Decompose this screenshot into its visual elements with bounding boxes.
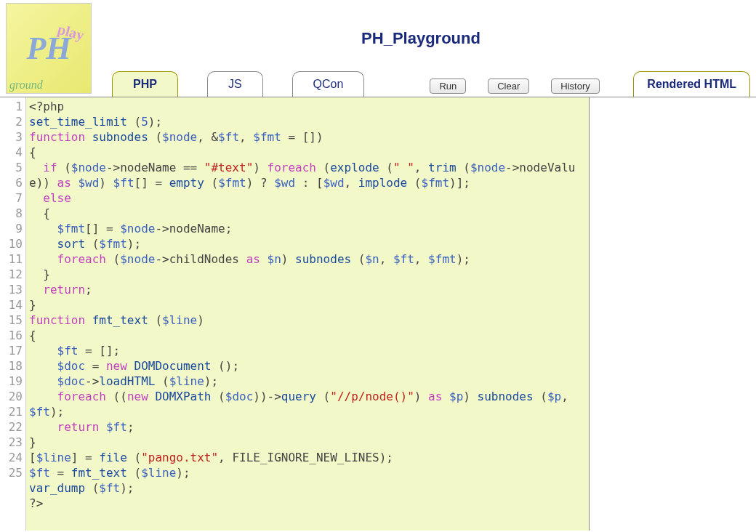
run-button[interactable]: Run (430, 78, 466, 94)
clear-button[interactable]: Clear (488, 78, 529, 94)
main-area: 1234567891011121314151617181920212223242… (0, 97, 756, 531)
page-title: PH_Playground (92, 3, 750, 48)
tab-rendered-html[interactable]: Rendered HTML (633, 71, 750, 97)
tab-bar: PHP JS QCon Run Clear History Rendered H… (106, 70, 756, 97)
code-editor[interactable]: 1234567891011121314151617181920212223242… (0, 97, 589, 531)
logo-ground: ground (9, 78, 43, 92)
code-content[interactable]: <?phpset_time_limit (5);function subnode… (26, 97, 589, 531)
logo: PH play ground (6, 3, 92, 94)
tab-php[interactable]: PHP (112, 71, 178, 97)
tab-qcon[interactable]: QCon (292, 71, 365, 97)
rendered-output (589, 97, 756, 531)
history-button[interactable]: History (551, 78, 599, 94)
line-gutter: 1234567891011121314151617181920212223242… (0, 97, 26, 531)
tab-js[interactable]: JS (207, 71, 263, 97)
toolbar: Run Clear History (430, 78, 599, 97)
